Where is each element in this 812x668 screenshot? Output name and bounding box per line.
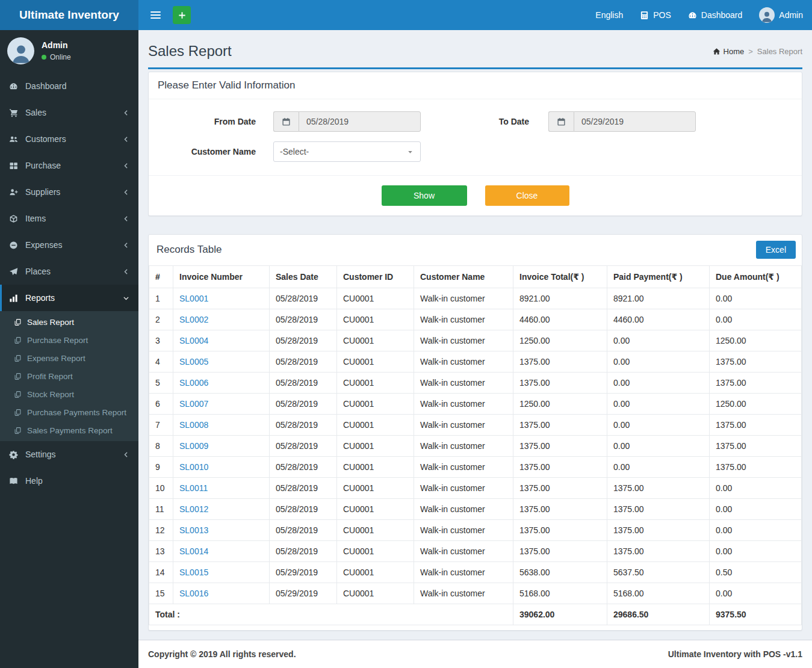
invoice-link[interactable]: SL0004 xyxy=(179,336,208,345)
invoice-link[interactable]: SL0002 xyxy=(179,315,208,324)
total-invoice-amount: 39062.00 xyxy=(513,604,607,625)
home-icon xyxy=(713,48,721,55)
cell-paid-payment: 5168.00 xyxy=(607,583,710,604)
invoice-link[interactable]: SL0005 xyxy=(179,357,208,366)
main-content: Sales Report Home > Sales Report Please … xyxy=(138,30,812,668)
cell-due-amount: 1375.00 xyxy=(710,436,802,457)
invoice-link[interactable]: SL0016 xyxy=(179,589,208,598)
sidebar-item-purchase-report[interactable]: Purchase Report xyxy=(0,331,138,349)
bar-chart-icon xyxy=(9,294,19,303)
from-date-input[interactable] xyxy=(299,111,421,132)
cell-serial: 4 xyxy=(149,351,173,373)
customer-name-label: Customer Name xyxy=(158,147,256,156)
cell-invoice-total: 1375.00 xyxy=(513,415,607,436)
sidebar-item-stock-report[interactable]: Stock Report xyxy=(0,385,138,403)
dashboard-link[interactable]: Dashboard xyxy=(688,10,743,20)
cell-invoice: SL0015 xyxy=(173,562,270,583)
cart-icon xyxy=(9,108,19,117)
cell-serial: 10 xyxy=(149,478,173,499)
cell-due-amount: 1250.00 xyxy=(710,394,802,415)
invoice-link[interactable]: SL0014 xyxy=(179,546,208,556)
topbar: Ultimate Inventory English POS xyxy=(0,0,812,30)
invoice-link[interactable]: SL0015 xyxy=(179,567,208,577)
invoice-link[interactable]: SL0008 xyxy=(179,420,208,430)
cell-invoice: SL0011 xyxy=(173,478,270,499)
excel-export-button[interactable]: Excel xyxy=(756,241,796,259)
cell-invoice: SL0008 xyxy=(173,415,270,436)
cell-invoice: SL0014 xyxy=(173,541,270,562)
cell-customer-name: Walk-in customer xyxy=(414,436,513,457)
to-date-input[interactable] xyxy=(574,111,696,132)
cell-sales-date: 05/28/2019 xyxy=(270,351,337,373)
sidebar-item-items[interactable]: Items xyxy=(0,205,138,232)
sidebar-item-expenses[interactable]: Expenses xyxy=(0,232,138,258)
close-button[interactable]: Close xyxy=(485,185,569,206)
cell-due-amount: 0.00 xyxy=(710,541,802,562)
chevron-down-icon xyxy=(122,294,130,302)
sidebar-user-name: Admin xyxy=(42,40,71,50)
chevron-left-icon xyxy=(122,451,130,459)
cell-customer-id: CU0001 xyxy=(337,520,414,541)
show-button[interactable]: Show xyxy=(382,185,467,206)
invoice-link[interactable]: SL0011 xyxy=(179,483,208,493)
invoice-link[interactable]: SL0007 xyxy=(179,399,208,409)
invoice-link[interactable]: SL0013 xyxy=(179,525,208,535)
invoice-link[interactable]: SL0006 xyxy=(179,378,208,388)
sidebar-item-dashboard[interactable]: Dashboard xyxy=(0,73,138,99)
table-row: 13 SL0014 05/28/2019 CU0001 Walk-in cust… xyxy=(149,541,802,562)
cell-customer-name: Walk-in customer xyxy=(414,499,513,520)
sidebar-toggle-button[interactable] xyxy=(143,7,168,23)
sidebar-item-profit-report[interactable]: Profit Report xyxy=(0,367,138,385)
copy-icon xyxy=(14,336,22,344)
filter-panel: Please Enter Valid Information From Date… xyxy=(148,72,802,216)
quick-add-button[interactable] xyxy=(173,6,191,24)
invoice-link[interactable]: SL0001 xyxy=(179,294,208,303)
invoice-link[interactable]: SL0010 xyxy=(179,462,208,472)
language-menu[interactable]: English xyxy=(595,10,623,20)
cell-customer-name: Walk-in customer xyxy=(414,330,513,351)
user-menu[interactable]: Admin xyxy=(759,7,803,23)
total-label: Total : xyxy=(149,604,513,625)
sidebar-item-sales[interactable]: Sales xyxy=(0,99,138,126)
cell-paid-payment: 4460.00 xyxy=(607,309,710,330)
sidebar-item-reports[interactable]: Reports xyxy=(0,285,138,311)
total-paid-amount: 29686.50 xyxy=(607,604,710,625)
page-header: Sales Report Home > Sales Report xyxy=(148,39,802,69)
minus-circle-icon xyxy=(9,241,19,250)
paper-plane-icon xyxy=(9,267,19,276)
sidebar-item-sales-report[interactable]: Sales Report xyxy=(0,313,138,331)
cell-customer-name: Walk-in customer xyxy=(414,415,513,436)
sidebar-item-expense-report[interactable]: Expense Report xyxy=(0,349,138,367)
sidebar-item-customers[interactable]: Customers xyxy=(0,126,138,152)
sidebar-item-help[interactable]: Help xyxy=(0,468,138,494)
copyright-text: Copyright © 2019 All rights reserved. xyxy=(148,649,296,659)
customer-select[interactable]: -Select- xyxy=(273,141,421,162)
col-header-customer-name: Customer Name xyxy=(414,266,513,288)
invoice-link[interactable]: SL0012 xyxy=(179,504,208,514)
table-row: 2 SL0002 05/28/2019 CU0001 Walk-in custo… xyxy=(149,309,802,330)
breadcrumb-home-link[interactable]: Home xyxy=(713,47,745,56)
cell-invoice-total: 1250.00 xyxy=(513,394,607,415)
sidebar-item-settings[interactable]: Settings xyxy=(0,441,138,468)
cell-serial: 3 xyxy=(149,330,173,351)
sidebar-item-sales-payments-report[interactable]: Sales Payments Report xyxy=(0,421,138,439)
sidebar-item-places[interactable]: Places xyxy=(0,258,138,285)
cell-serial: 7 xyxy=(149,415,173,436)
cell-sales-date: 05/28/2019 xyxy=(270,373,337,394)
records-header: Records Table Excel xyxy=(149,235,802,265)
copy-icon xyxy=(14,427,22,435)
cell-invoice: SL0002 xyxy=(173,309,270,330)
sidebar-item-purchase[interactable]: Purchase xyxy=(0,152,138,179)
cell-serial: 5 xyxy=(149,373,173,394)
cell-invoice-total: 5168.00 xyxy=(513,583,607,604)
cell-customer-name: Walk-in customer xyxy=(414,478,513,499)
brand-logo[interactable]: Ultimate Inventory xyxy=(0,0,138,30)
cell-due-amount: 1250.00 xyxy=(710,330,802,351)
pos-link[interactable]: POS xyxy=(640,10,671,20)
sidebar-item-purchase-payments-report[interactable]: Purchase Payments Report xyxy=(0,403,138,421)
cell-invoice: SL0004 xyxy=(173,330,270,351)
sidebar-item-suppliers[interactable]: Suppliers xyxy=(0,179,138,205)
cell-customer-id: CU0001 xyxy=(337,541,414,562)
invoice-link[interactable]: SL0009 xyxy=(179,441,208,451)
cell-invoice: SL0006 xyxy=(173,373,270,394)
